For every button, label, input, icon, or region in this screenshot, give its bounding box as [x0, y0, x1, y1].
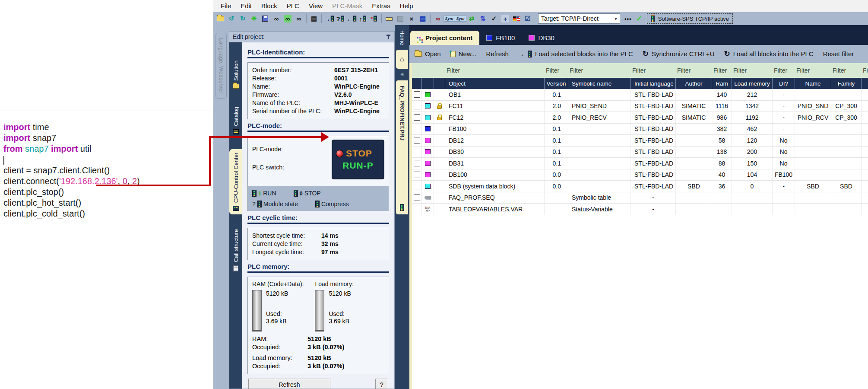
symbol-editor-icon[interactable]: Sym — [455, 13, 466, 24]
reset-filter-button[interactable]: Reset filter — [823, 50, 854, 57]
row-checkbox[interactable] — [414, 91, 420, 98]
row-checkbox[interactable] — [414, 137, 420, 143]
column-header-blank[interactable] — [434, 78, 445, 89]
placeholder-icon[interactable] — [395, 13, 405, 24]
row-checkbox[interactable] — [414, 160, 420, 166]
column-header-lang[interactable]: Initial language — [630, 78, 675, 89]
filter-label-version[interactable]: Filter — [544, 67, 568, 74]
export-source-icon[interactable]: ↻ — [238, 13, 248, 24]
column-header-symbolic[interactable]: Symbolic name — [568, 78, 630, 89]
tile-windows-icon[interactable] — [384, 13, 394, 24]
table-row[interactable]: SDB (system data block)0.0STL-FBD-LADSBD… — [412, 181, 868, 192]
row-checkbox[interactable] — [414, 194, 420, 201]
save-icon[interactable] — [260, 13, 270, 24]
filter-label-family[interactable]: Filter — [831, 67, 861, 74]
open-project-icon[interactable] — [215, 13, 225, 24]
upload-block-icon[interactable]: ← — [346, 13, 357, 24]
row-checkbox[interactable] — [414, 183, 420, 189]
tab-db30[interactable]: DB30 — [522, 31, 561, 45]
monitor-blocks-icon[interactable]: ∞ — [433, 13, 443, 24]
row-checkbox[interactable] — [414, 172, 420, 178]
column-header-ram[interactable]: Ram — [712, 78, 732, 89]
open-button[interactable]: Open — [415, 50, 441, 57]
project-file-tab[interactable]: FAQ_PROFINET.PRJ — [396, 80, 408, 214]
menu-item-block[interactable]: Block — [257, 0, 282, 12]
table-row[interactable]: FB1000.1STL-FBD-LAD382462- — [412, 124, 868, 135]
target-selector[interactable]: Target: TCP/IP-Direct ▾ — [538, 13, 620, 24]
more-options-button[interactable]: ••• — [624, 16, 632, 22]
symbol-table-icon[interactable]: Sym — [444, 13, 454, 24]
pin-icon[interactable] — [386, 34, 391, 39]
find-next-icon[interactable]: ∞ — [294, 13, 304, 24]
menu-item-extras[interactable]: Extras — [367, 0, 395, 12]
upload-station-icon[interactable]: ↑ — [358, 13, 368, 24]
menu-item-edit[interactable]: Edit — [236, 0, 257, 12]
code-editor[interactable]: import timeimport snap7from snap7 import… — [3, 122, 140, 219]
panel-tab-cpu[interactable]: CPU-Control Center — [229, 149, 242, 214]
refresh-button[interactable]: Refresh — [248, 379, 330, 389]
home-icon-tab[interactable]: ⌂ — [396, 50, 408, 69]
row-checkbox[interactable] — [414, 149, 420, 155]
column-header-family[interactable]: Family — [831, 78, 861, 89]
column-header-di[interactable]: DI? — [772, 78, 795, 89]
table-row[interactable]: FC122.0PNIO_RECVSTL-FBD-LADSIMATIC986119… — [412, 112, 868, 124]
query-block-icon[interactable]: ? — [335, 13, 345, 24]
panel-tab-catalog[interactable]: Catalog — [229, 103, 242, 138]
home-tab[interactable]: Home — [399, 30, 405, 45]
import-source-icon[interactable]: ↺ — [226, 13, 237, 24]
checklist-icon[interactable]: ☑ — [523, 13, 533, 24]
filter-label-symbolic[interactable]: Filter — [568, 67, 630, 74]
column-header-name[interactable]: Name — [795, 78, 831, 89]
menu-item-help[interactable]: Help — [395, 0, 418, 12]
new-block-icon[interactable]: ✳ — [249, 13, 259, 24]
column-header-version[interactable]: Version — [544, 78, 568, 89]
panel-tab-callstructure[interactable]: Call structure — [229, 226, 242, 275]
panel-tab-solution[interactable]: Solution — [229, 57, 242, 92]
move-block-icon[interactable]: + — [500, 13, 510, 24]
table-row[interactable]: DB1000.0STL-FBD-LAD40104FB100 — [412, 169, 868, 181]
table-row[interactable]: OB10.1STL-FBD-LAD140212- — [412, 89, 868, 101]
softsps-status-badge[interactable]: Software-SPS TCP/IP active — [647, 13, 733, 24]
table-row[interactable]: DB310.1STL-FBD-LAD88150No — [412, 158, 868, 169]
delete-icon[interactable]: × — [406, 13, 417, 24]
filter-label-extra[interactable]: Filter — [861, 67, 868, 74]
tab-fb100[interactable]: FB100 — [479, 31, 522, 45]
synchronize-button[interactable]: ↻ Synchronize CTRL+U — [643, 49, 715, 58]
table-row[interactable]: DB120.1STL-FBD-LAD58120No — [412, 135, 868, 147]
download-block-icon[interactable]: → — [324, 13, 334, 24]
synchronize-icon[interactable]: ⇄ — [466, 13, 477, 24]
language-flags-icon[interactable] — [511, 13, 522, 24]
load-selected-button[interactable]: → Load selected blocks into the PLC — [518, 50, 633, 57]
menu-item-view[interactable]: View — [304, 0, 327, 12]
row-checkbox[interactable] — [414, 114, 420, 121]
column-header-object[interactable]: Object — [445, 78, 544, 89]
stop-button[interactable]: 0 STOP — [294, 190, 321, 197]
column-header-blank[interactable] — [421, 78, 434, 89]
menu-item-file[interactable]: File — [216, 0, 236, 12]
column-header-load[interactable]: Load memory — [732, 78, 772, 89]
table-row[interactable]: E/AM?TABLEOFVARIABLES.VARStatus-Variable… — [412, 204, 868, 215]
table-row[interactable]: DB300.1STL-FBD-LAD138200No — [412, 147, 868, 158]
tab-project-content[interactable]: Project content — [410, 31, 479, 45]
load-all-button[interactable]: ↻ Load all blocks into the PLC — [724, 49, 813, 58]
module-state-button[interactable]: ? Module state — [252, 201, 298, 207]
filter-label-name[interactable]: Filter — [795, 67, 831, 74]
language-webserver-tab[interactable]: Language, Webserver — [215, 33, 227, 99]
block-list-icon[interactable]: ▤ — [418, 13, 428, 24]
find-icon[interactable]: ∞ — [271, 13, 282, 24]
delete-block-icon[interactable]: * — [369, 13, 379, 24]
column-header-author[interactable]: Author — [675, 78, 712, 89]
compress-icon[interactable]: ⇅ — [478, 13, 488, 24]
new-button[interactable]: New... — [450, 50, 477, 57]
table-row[interactable]: FC112.0PNIO_SENDSTL-FBD-LADSIMATIC111613… — [412, 101, 868, 112]
filter-label-di[interactable]: Filter — [772, 67, 795, 74]
column-header-blank[interactable] — [412, 78, 421, 89]
menu-item-plc[interactable]: PLC — [282, 0, 304, 12]
row-checkbox[interactable] — [414, 126, 420, 132]
compress-button[interactable]: Compress — [315, 201, 349, 207]
verify-icon[interactable]: ✓ — [489, 13, 499, 24]
refresh-list-button[interactable]: Refresh — [486, 50, 509, 57]
filter-label-ram[interactable]: Filter — [712, 67, 732, 74]
filter-label-object[interactable]: Filter — [445, 67, 544, 74]
find-block-icon[interactable]: ∞ — [282, 13, 293, 24]
